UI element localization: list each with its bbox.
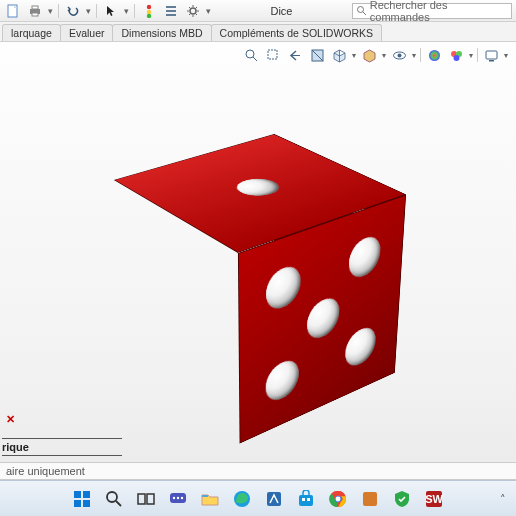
dropdown-caret[interactable]: ▾ bbox=[86, 6, 91, 16]
model-dice[interactable] bbox=[158, 179, 358, 379]
svg-rect-22 bbox=[74, 500, 81, 507]
graphics-viewport[interactable]: ▾ ▾ ▾ ▾ ▾ bbox=[0, 42, 516, 516]
system-tray-expand[interactable]: ˄ bbox=[500, 493, 506, 506]
tab-complements[interactable]: Compléments de SOLIDWORKS bbox=[211, 24, 382, 41]
svg-rect-2 bbox=[32, 6, 38, 9]
rebuild-button[interactable] bbox=[140, 2, 158, 20]
svg-rect-18 bbox=[486, 51, 497, 59]
select-tool[interactable] bbox=[102, 2, 120, 20]
svg-point-13 bbox=[397, 53, 401, 57]
svg-point-4 bbox=[147, 4, 151, 8]
dropdown-caret[interactable]: ▾ bbox=[469, 51, 473, 60]
windows-taskbar: SW bbox=[0, 480, 516, 516]
svg-point-24 bbox=[107, 492, 117, 502]
solidworks-app: ▾ ▾ ▾ ▾ Dice Rechercher des commandes la… bbox=[0, 0, 516, 516]
taskbar-app-chat[interactable] bbox=[165, 486, 191, 512]
title-bar: ▾ ▾ ▾ ▾ Dice Rechercher des commandes bbox=[0, 0, 516, 22]
svg-point-29 bbox=[177, 496, 179, 498]
taskbar-app-solidworks[interactable]: SW bbox=[421, 486, 447, 512]
search-placeholder: Rechercher des commandes bbox=[370, 0, 508, 23]
taskbar-app-misc[interactable] bbox=[357, 486, 383, 512]
new-file-button[interactable] bbox=[4, 2, 22, 20]
dice-cube bbox=[172, 163, 336, 397]
svg-rect-31 bbox=[202, 495, 208, 497]
svg-rect-26 bbox=[147, 494, 154, 504]
svg-point-39 bbox=[336, 496, 341, 501]
svg-point-5 bbox=[147, 9, 151, 13]
taskbar-app-generic[interactable] bbox=[261, 486, 287, 512]
separator bbox=[58, 4, 59, 18]
dropdown-caret[interactable]: ▾ bbox=[48, 6, 53, 16]
panel-label: rique bbox=[2, 438, 122, 456]
svg-text:SW: SW bbox=[425, 493, 443, 505]
heads-up-toolbar: ▾ ▾ ▾ ▾ ▾ bbox=[242, 46, 508, 64]
search-taskbar-button[interactable] bbox=[101, 486, 127, 512]
display-style-button[interactable] bbox=[360, 46, 378, 64]
dropdown-caret[interactable]: ▾ bbox=[382, 51, 386, 60]
svg-rect-21 bbox=[83, 491, 90, 498]
svg-point-8 bbox=[358, 7, 364, 13]
command-search[interactable]: Rechercher des commandes bbox=[352, 3, 512, 19]
tab-dimensions-mbd[interactable]: Dimensions MBD bbox=[112, 24, 211, 41]
zoom-fit-button[interactable] bbox=[242, 46, 260, 64]
taskbar-app-explorer[interactable] bbox=[197, 486, 223, 512]
dropdown-caret[interactable]: ▾ bbox=[504, 51, 508, 60]
print-button[interactable] bbox=[26, 2, 44, 20]
taskbar-app-security[interactable] bbox=[389, 486, 415, 512]
svg-rect-40 bbox=[363, 492, 377, 506]
dropdown-caret[interactable]: ▾ bbox=[352, 51, 356, 60]
tab-evaluer[interactable]: Evaluer bbox=[60, 24, 114, 41]
svg-point-28 bbox=[173, 496, 175, 498]
close-icon[interactable]: ✕ bbox=[6, 413, 15, 425]
feature-tree-hint: ✕ bbox=[6, 413, 15, 426]
svg-point-9 bbox=[246, 50, 254, 58]
dropdown-caret[interactable]: ▾ bbox=[206, 6, 211, 16]
apply-scene-button[interactable] bbox=[447, 46, 465, 64]
taskbar-app-edge[interactable] bbox=[229, 486, 255, 512]
zoom-area-button[interactable] bbox=[264, 46, 282, 64]
svg-point-6 bbox=[147, 13, 151, 17]
svg-point-17 bbox=[453, 55, 459, 61]
hide-show-button[interactable] bbox=[390, 46, 408, 64]
search-icon bbox=[356, 5, 367, 16]
options-list-button[interactable] bbox=[162, 2, 180, 20]
svg-point-30 bbox=[181, 496, 183, 498]
view-orientation-button[interactable] bbox=[330, 46, 348, 64]
section-view-button[interactable] bbox=[308, 46, 326, 64]
document-title: Dice bbox=[215, 5, 348, 17]
undo-button[interactable] bbox=[64, 2, 82, 20]
taskbar-app-store[interactable] bbox=[293, 486, 319, 512]
taskbar-app-chrome[interactable] bbox=[325, 486, 351, 512]
status-bar: aire uniquement bbox=[0, 462, 516, 480]
dropdown-caret[interactable]: ▾ bbox=[412, 51, 416, 60]
svg-rect-25 bbox=[138, 494, 145, 504]
svg-rect-23 bbox=[83, 500, 90, 507]
svg-point-14 bbox=[429, 50, 440, 61]
svg-rect-34 bbox=[299, 495, 313, 506]
ribbon-tabs: larquage Evaluer Dimensions MBD Compléme… bbox=[0, 22, 516, 42]
svg-rect-35 bbox=[302, 498, 305, 501]
tab-marquage[interactable]: larquage bbox=[2, 24, 61, 41]
status-mode: aire uniquement bbox=[6, 465, 85, 477]
separator bbox=[96, 4, 97, 18]
svg-rect-19 bbox=[489, 60, 494, 62]
separator bbox=[420, 48, 421, 62]
separator bbox=[477, 48, 478, 62]
edit-appearance-button[interactable] bbox=[425, 46, 443, 64]
svg-rect-20 bbox=[74, 491, 81, 498]
previous-view-button[interactable] bbox=[286, 46, 304, 64]
svg-rect-36 bbox=[307, 498, 310, 501]
settings-gear-button[interactable] bbox=[184, 2, 202, 20]
view-settings-button[interactable] bbox=[482, 46, 500, 64]
svg-rect-10 bbox=[268, 50, 277, 59]
svg-rect-3 bbox=[32, 13, 38, 16]
dropdown-caret[interactable]: ▾ bbox=[124, 6, 129, 16]
svg-point-7 bbox=[190, 8, 196, 14]
start-button[interactable] bbox=[69, 486, 95, 512]
task-view-button[interactable] bbox=[133, 486, 159, 512]
separator bbox=[134, 4, 135, 18]
